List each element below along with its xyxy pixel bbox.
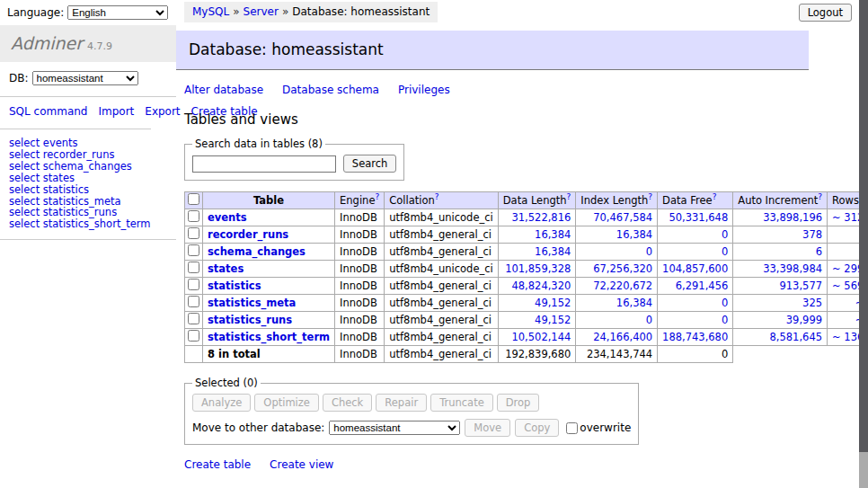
selected-fieldset: Selected (0) AnalyzeOptimizeCheckRepairT… [184, 377, 639, 445]
table-name-link[interactable]: statistics [208, 279, 261, 292]
row-checkbox[interactable] [188, 313, 199, 324]
row-checkbox[interactable] [188, 279, 199, 290]
move-db-select[interactable]: homeassistant [329, 421, 460, 435]
sidebar-select-link[interactable]: select statistics_short_term [9, 218, 167, 230]
sidebar-select-link[interactable]: select events [9, 138, 167, 149]
breadcrumb-link-server[interactable]: Server [244, 5, 279, 18]
auto-increment-link[interactable]: 8,581,645 [770, 331, 823, 343]
index-length-link[interactable]: 70,467,584 [593, 211, 652, 224]
column-help-link[interactable]: ? [713, 192, 717, 201]
index-length-link[interactable]: 0 [646, 245, 652, 258]
data-length-link[interactable]: 101,859,328 [505, 262, 571, 275]
collation-cell: utf8mb4_unicode_ci [385, 261, 499, 278]
sidebar-select-link[interactable]: select recorder_runs [9, 149, 167, 161]
data-free-link[interactable]: 188,743,680 [662, 331, 728, 343]
row-checkbox[interactable] [188, 330, 199, 342]
data-free-link[interactable]: 0 [722, 245, 728, 258]
table-name-cell: events [203, 209, 335, 226]
total-data-length-cell: 192,839,680 [498, 346, 576, 363]
search-input[interactable] [192, 155, 336, 173]
column-help-link[interactable]: ? [435, 192, 439, 201]
sidebar-select-link[interactable]: select statistics [9, 184, 167, 196]
table-name-link[interactable]: events [208, 211, 247, 224]
index-length-link[interactable]: 24,166,400 [593, 331, 652, 343]
row-checkbox[interactable] [188, 227, 199, 239]
select-all-checkbox[interactable] [188, 193, 199, 205]
data-length-link[interactable]: 16,384 [535, 245, 571, 258]
database-action-link[interactable]: Database schema [282, 84, 379, 96]
create-link[interactable]: Create table [184, 458, 251, 471]
breadcrumb-link-mysql[interactable]: MySQL [192, 5, 229, 18]
database-action-link[interactable]: Alter database [184, 84, 263, 96]
db-select[interactable]: homeassistant [32, 71, 138, 85]
data-free-link[interactable]: 0 [722, 297, 728, 309]
row-checkbox[interactable] [188, 244, 199, 256]
index-length-link[interactable]: 0 [646, 314, 652, 326]
sidebar-action-link[interactable]: Import [98, 105, 134, 118]
index-length-link[interactable]: 67,256,320 [593, 262, 652, 275]
create-link[interactable]: Create view [270, 458, 333, 471]
language-bar: Language:English [7, 5, 168, 20]
table-name-link[interactable]: statistics_meta [208, 297, 296, 309]
column-header-label: Index Length [580, 194, 648, 207]
auto-increment-link[interactable]: 325 [802, 297, 822, 309]
data-free-link[interactable]: 6,291,456 [676, 279, 729, 292]
auto-increment-link-cell: 8,581,645 [733, 329, 828, 346]
column-help-link[interactable]: ? [648, 192, 652, 201]
table-name-link[interactable]: statistics_short_term [208, 331, 330, 343]
column-header: Collation? [385, 192, 499, 209]
sidebar-select-link[interactable]: select states [9, 173, 167, 184]
collation-cell: utf8mb4_general_ci [385, 312, 499, 329]
search-button[interactable]: Search [343, 155, 397, 173]
auto-increment-link[interactable]: 33,898,196 [763, 211, 822, 224]
data-length-link[interactable]: 31,522,816 [511, 211, 571, 224]
data-length-link[interactable]: 10,502,144 [511, 331, 571, 343]
table-name-cell: statistics_meta [203, 295, 335, 312]
auto-increment-link[interactable]: 913,577 [779, 279, 822, 292]
table-name-link[interactable]: recorder_runs [208, 228, 288, 241]
row-checkbox[interactable] [188, 262, 199, 273]
scrollbar-thumb[interactable] [859, 0, 868, 452]
index-length-link-cell: 67,256,320 [576, 261, 658, 278]
data-length-link-cell: 16,384 [498, 244, 576, 261]
overwrite-checkbox[interactable] [566, 422, 578, 434]
data-free-link-cell: 0 [658, 226, 733, 244]
table-name-link[interactable]: states [208, 262, 244, 275]
auto-increment-link[interactable]: 6 [816, 245, 822, 258]
breadcrumb: MySQL»Server»Database: homeassistant [184, 2, 438, 22]
sidebar-select-link[interactable]: select schema_changes [9, 161, 167, 173]
sidebar-action-link[interactable]: Export [145, 105, 180, 118]
data-length-link[interactable]: 16,384 [535, 228, 571, 241]
data-length-link[interactable]: 48,824,320 [511, 279, 571, 292]
data-free-link[interactable]: 0 [722, 314, 728, 326]
breadcrumb-separator: » [233, 5, 239, 18]
column-help-link[interactable]: ? [375, 192, 379, 201]
table-name-link[interactable]: statistics_runs [208, 314, 292, 326]
total-checkbox-cell [185, 346, 203, 363]
table-name-link[interactable]: schema_changes [208, 245, 306, 258]
column-header-label: Collation [389, 194, 435, 207]
collation-cell: utf8mb4_general_ci [385, 278, 499, 295]
data-free-link[interactable]: 0 [722, 228, 728, 241]
data-length-link[interactable]: 49,152 [535, 297, 571, 309]
index-length-link[interactable]: 16,384 [616, 297, 652, 309]
copy-button: Copy [515, 419, 559, 437]
auto-increment-link[interactable]: 33,398,984 [763, 262, 822, 275]
row-checkbox[interactable] [188, 296, 199, 307]
index-length-link[interactable]: 16,384 [616, 228, 652, 241]
auto-increment-link[interactable]: 39,999 [786, 314, 822, 326]
table-row: recorder_runsInnoDButf8mb4_general_ci16,… [185, 226, 868, 244]
column-help-link[interactable]: ? [818, 192, 822, 201]
database-action-link[interactable]: Privileges [398, 84, 450, 96]
auto-increment-link[interactable]: 378 [802, 228, 822, 241]
breadcrumb-separator: » [282, 5, 288, 18]
row-checkbox[interactable] [188, 210, 199, 222]
column-header: Data Free? [658, 192, 733, 209]
data-free-link[interactable]: 104,857,600 [662, 262, 728, 275]
data-length-link[interactable]: 49,152 [535, 314, 571, 326]
column-help-link[interactable]: ? [567, 192, 571, 201]
data-free-link[interactable]: 50,331,648 [669, 211, 728, 224]
index-length-link[interactable]: 72,220,672 [593, 279, 652, 292]
sidebar-action-link[interactable]: SQL command [9, 105, 87, 118]
language-select[interactable]: English [67, 5, 168, 20]
